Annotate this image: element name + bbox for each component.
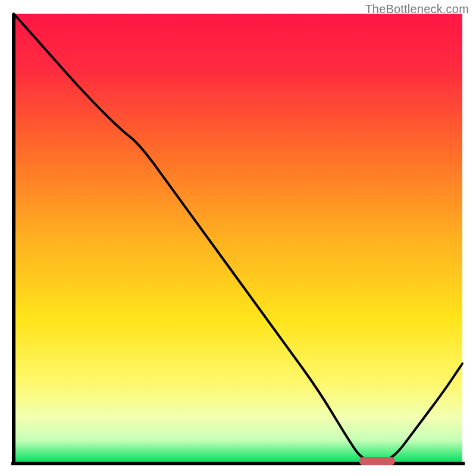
chart-root: TheBottleneck.com — [0, 0, 476, 476]
sweet-spot-marker — [359, 457, 395, 465]
chart-svg — [0, 0, 476, 476]
watermark-text: TheBottleneck.com — [365, 2, 469, 16]
plot-background — [14, 14, 462, 462]
